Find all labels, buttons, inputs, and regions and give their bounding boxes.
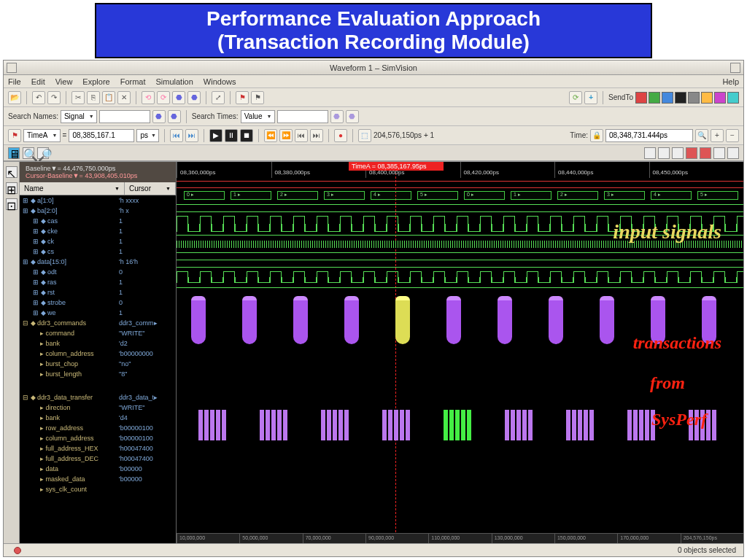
data-burst[interactable] — [321, 410, 349, 440]
signal-row[interactable]: ⊞ ◆ ras1 — [20, 277, 176, 287]
signal-row[interactable]: ⊞ ◆ we1 — [20, 308, 176, 318]
zoom-icon[interactable]: 🔍 — [695, 129, 708, 142]
minimize-button[interactable] — [7, 63, 17, 73]
search-next-icon[interactable]: ⬣ — [168, 110, 181, 123]
time-next-icon[interactable]: ⬣ — [346, 110, 359, 123]
delete-icon[interactable]: ✕ — [117, 91, 131, 104]
layout-6-icon[interactable] — [713, 147, 725, 159]
menu-explore[interactable]: Explore — [82, 77, 109, 86]
time-lock-icon[interactable]: 🔒 — [590, 129, 603, 142]
trace-rst[interactable] — [177, 267, 743, 268]
sendto-8[interactable] — [727, 92, 739, 104]
data-burst[interactable] — [260, 410, 287, 440]
undo-icon[interactable]: ↶ — [32, 91, 45, 104]
group-child-row[interactable]: ▸ command"WRITE" — [20, 328, 176, 338]
sendto-2[interactable] — [649, 92, 660, 104]
sendto-5[interactable] — [688, 92, 700, 104]
transaction-pill[interactable] — [344, 300, 359, 344]
signal-row[interactable]: ⊞ ◆ strobe0 — [20, 298, 176, 308]
group-row[interactable]: ⊟ ◆ ddr3_data_transferddr3_data_t▸ — [20, 392, 176, 402]
group-child-row[interactable]: ▸ sys_clk_count — [20, 484, 176, 494]
zoom-out-icon[interactable]: − — [726, 129, 739, 142]
nav-last-icon[interactable]: ⏭ — [185, 129, 198, 142]
trace-odt[interactable] — [177, 252, 743, 253]
group-child-row[interactable]: ▸ full_address_HEX'h00047400 — [20, 443, 176, 454]
jump-fwd-icon[interactable]: ⏭ — [310, 129, 323, 142]
zoom-cursor-icon[interactable]: 🔎 — [37, 147, 49, 159]
rail-signal-icon[interactable]: ⊞ — [6, 182, 18, 194]
trace-we[interactable] — [177, 287, 743, 288]
trace-strobe[interactable] — [177, 271, 743, 283]
menu-edit[interactable]: Edit — [31, 77, 45, 86]
search-names-mode[interactable]: Signal — [61, 110, 97, 123]
signal-row[interactable]: ⊞ ◆ cs1 — [20, 246, 176, 257]
cut-icon[interactable]: ✂ — [71, 91, 85, 104]
group-child-row[interactable]: ▸ data'b00000 — [20, 464, 176, 474]
search-names-input[interactable] — [99, 110, 150, 123]
jump-back-icon[interactable]: ⏮ — [295, 129, 308, 142]
add-icon[interactable]: + — [584, 91, 597, 104]
signal-row[interactable]: ⊞ ◆ data[15:0]'h 16'h — [20, 257, 176, 267]
search-times-input[interactable] — [277, 110, 328, 123]
zoom-area-icon[interactable]: 🔍 — [23, 147, 34, 159]
step-fwd-icon[interactable]: ⏩ — [279, 129, 293, 142]
group-child-row[interactable]: ▸ row_address'b00000100 — [20, 423, 176, 433]
data-burst[interactable] — [566, 410, 594, 440]
cursor-flag-icon[interactable]: ⚑ — [8, 129, 21, 142]
transaction-pill[interactable] — [395, 300, 410, 344]
layout-5-icon[interactable] — [700, 147, 711, 159]
flag-red-icon[interactable]: ⚑ — [236, 91, 249, 104]
sendto-3[interactable] — [662, 92, 673, 104]
layout-4-icon[interactable] — [686, 147, 697, 159]
menu-simulation[interactable]: Simulation — [156, 77, 193, 86]
expand-icon[interactable]: ⤢ — [212, 91, 225, 104]
rail-cursor-icon[interactable]: ↖ — [6, 166, 18, 178]
trace-a[interactable] — [177, 181, 743, 188]
col-cursor[interactable]: Cursor▼ — [125, 182, 176, 195]
transaction-pill[interactable] — [600, 300, 614, 344]
find-next-icon[interactable]: ⬣ — [187, 91, 201, 104]
transaction-pill[interactable] — [242, 300, 257, 344]
signal-row[interactable]: ⊞ ◆ odt0 — [20, 267, 176, 277]
time-prev-icon[interactable]: ⬣ — [330, 110, 344, 123]
trace-cke[interactable] — [177, 211, 743, 212]
group-row[interactable]: ⊟ ◆ ddr3_commandsddr3_comm▸ — [20, 318, 176, 328]
copy-icon[interactable]: ⎘ — [87, 91, 100, 104]
signal-row[interactable]: ⊞ ◆ cke1 — [20, 226, 176, 236]
search-times-mode[interactable]: Value — [241, 110, 275, 123]
search-prev-icon[interactable]: ⬣ — [152, 110, 166, 123]
play-icon[interactable]: ▶ — [209, 129, 222, 142]
nav-first-icon[interactable]: ⏮ — [170, 129, 183, 142]
layout-2-icon[interactable] — [658, 147, 670, 159]
group-child-row[interactable]: ▸ column_address'b00000000 — [20, 349, 176, 359]
signal-row[interactable]: ⊞ ◆ ba[2:0]'h x — [20, 206, 176, 216]
close-button[interactable] — [730, 63, 740, 73]
sendto-7[interactable] — [714, 92, 726, 104]
group-child-row[interactable]: ▸ bank'd2 — [20, 338, 176, 349]
pause-icon[interactable]: ⏸ — [225, 129, 238, 142]
open-icon[interactable]: 📂 — [8, 91, 21, 104]
record-icon[interactable]: ● — [334, 129, 347, 142]
layout-7-icon[interactable] — [727, 147, 739, 159]
signal-tree[interactable]: ⊞ ◆ a[1:0]'h xxxx⊞ ◆ ba[2:0]'h x⊞ ◆ cas1… — [20, 195, 176, 543]
cursor-unit[interactable]: ps — [136, 129, 159, 142]
zoom-sel-icon[interactable]: ⬚ — [358, 129, 371, 142]
menu-help[interactable]: Help — [722, 77, 739, 86]
signal-row[interactable]: ⊞ ◆ ck1 — [20, 236, 176, 246]
data-burst[interactable] — [505, 410, 533, 440]
transaction-pill[interactable] — [498, 300, 512, 344]
paste-icon[interactable]: 📋 — [102, 91, 115, 104]
find-prev-icon[interactable]: ⬣ — [172, 91, 185, 104]
data-burst[interactable] — [444, 410, 471, 440]
zoom-in-icon[interactable]: + — [711, 129, 724, 142]
menu-view[interactable]: View — [55, 77, 73, 86]
transaction-pill[interactable] — [446, 300, 461, 344]
sendto-1[interactable] — [635, 92, 647, 104]
data-burst[interactable] — [382, 410, 410, 440]
transaction-pill[interactable] — [293, 300, 308, 344]
refresh-icon[interactable]: ⟳ — [569, 91, 582, 104]
step-back-icon[interactable]: ⏪ — [264, 129, 277, 142]
flag-icon[interactable]: ⚑ — [251, 91, 264, 104]
monitor-icon[interactable]: 🖥 — [8, 147, 20, 159]
cursor-select[interactable]: TimeA — [23, 129, 61, 142]
